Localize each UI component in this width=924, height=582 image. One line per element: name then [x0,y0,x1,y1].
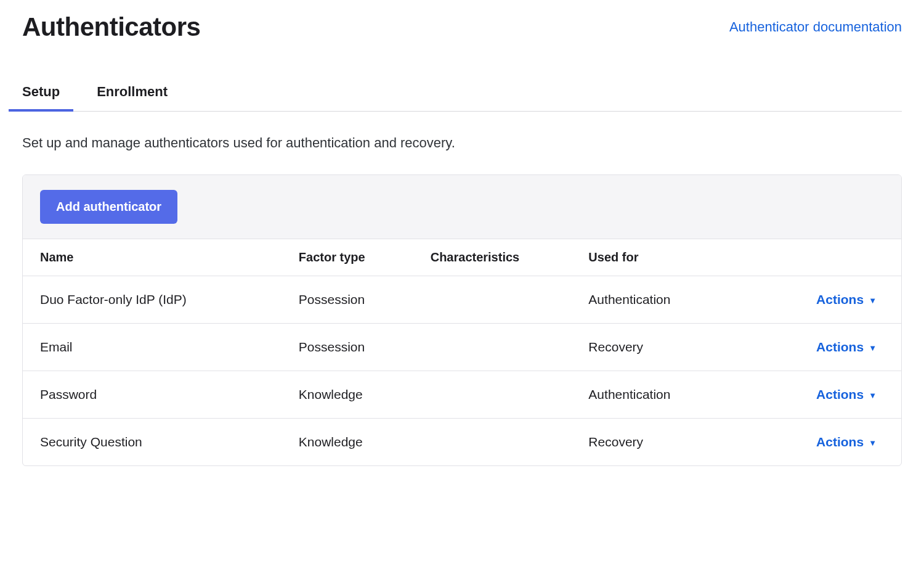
table-row: EmailPossessionRecoveryActions▼ [23,324,901,371]
cell-name: Duo Factor-only IdP (IdP) [23,276,286,324]
cell-name: Password [23,371,286,419]
cell-used-for: Authentication [576,371,769,419]
cell-actions: Actions▼ [769,276,901,324]
cell-characteristics [418,419,577,466]
column-header-characteristics: Characteristics [418,239,577,276]
column-header-name: Name [23,239,286,276]
tabs: Setup Enrollment [22,73,902,112]
authenticators-panel: Add authenticator Name Factor type Chara… [22,174,902,466]
column-header-actions [769,239,901,276]
cell-actions: Actions▼ [769,419,901,466]
cell-factor-type: Possession [286,324,418,371]
page-description: Set up and manage authenticators used fo… [22,135,902,151]
cell-used-for: Recovery [576,324,769,371]
documentation-link[interactable]: Authenticator documentation [729,19,902,35]
panel-header: Add authenticator [23,175,901,239]
tab-setup[interactable]: Setup [22,73,60,111]
actions-label: Actions [816,340,864,355]
cell-characteristics [418,276,577,324]
table-row: Security QuestionKnowledgeRecoveryAction… [23,419,901,466]
actions-dropdown-button[interactable]: Actions▼ [816,435,877,449]
cell-used-for: Recovery [576,419,769,466]
column-header-used-for: Used for [576,239,769,276]
cell-name: Email [23,324,286,371]
actions-dropdown-button[interactable]: Actions▼ [816,292,877,307]
table-row: PasswordKnowledgeAuthenticationActions▼ [23,371,901,419]
actions-label: Actions [816,387,864,402]
cell-actions: Actions▼ [769,371,901,419]
actions-dropdown-button[interactable]: Actions▼ [816,340,877,355]
cell-used-for: Authentication [576,276,769,324]
cell-factor-type: Knowledge [286,419,418,466]
add-authenticator-button[interactable]: Add authenticator [40,190,177,224]
actions-dropdown-button[interactable]: Actions▼ [816,387,877,402]
chevron-down-icon: ▼ [869,438,877,448]
authenticators-table: Name Factor type Characteristics Used fo… [23,239,901,465]
chevron-down-icon: ▼ [869,296,877,305]
actions-label: Actions [816,292,864,307]
cell-name: Security Question [23,419,286,466]
page-title: Authenticators [22,12,200,42]
cell-characteristics [418,371,577,419]
cell-actions: Actions▼ [769,324,901,371]
cell-characteristics [418,324,577,371]
table-row: Duo Factor-only IdP (IdP)PossessionAuthe… [23,276,901,324]
cell-factor-type: Knowledge [286,371,418,419]
actions-label: Actions [816,435,864,449]
column-header-factor-type: Factor type [286,239,418,276]
chevron-down-icon: ▼ [869,343,877,353]
chevron-down-icon: ▼ [869,391,877,400]
tab-enrollment[interactable]: Enrollment [97,73,168,111]
cell-factor-type: Possession [286,276,418,324]
